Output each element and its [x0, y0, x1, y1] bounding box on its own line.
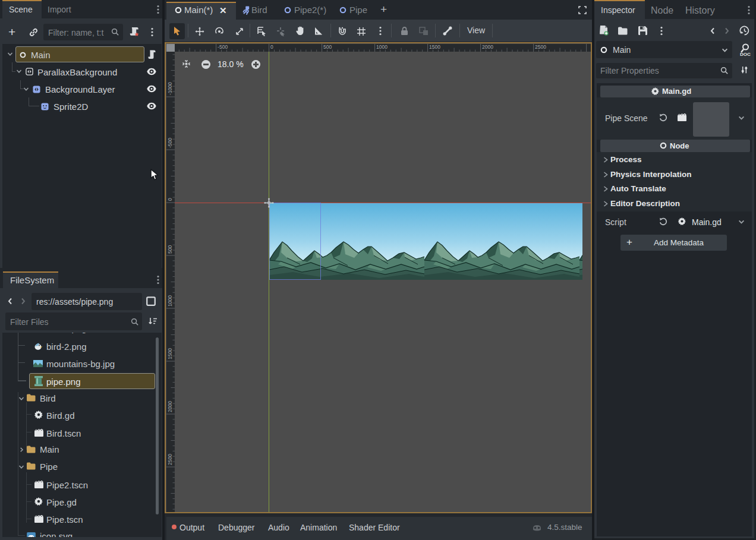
svg-text:1500: 1500 [429, 44, 440, 50]
svg-text:2000: 2000 [482, 44, 493, 50]
svg-text:-500: -500 [218, 44, 228, 50]
svg-text:-1000: -1000 [167, 82, 173, 95]
svg-text:0: 0 [167, 198, 173, 201]
svg-text:DOC: DOC [740, 52, 751, 57]
svg-text:-500: -500 [167, 138, 173, 148]
svg-text:2500: 2500 [167, 454, 173, 465]
svg-text:2500: 2500 [535, 44, 546, 50]
svg-text:1500: 1500 [167, 348, 173, 359]
svg-text:1000: 1000 [167, 295, 173, 307]
svg-text:500: 500 [167, 245, 173, 254]
svg-text:1000: 1000 [376, 44, 388, 50]
svg-text:500: 500 [323, 44, 332, 50]
svg-text:2000: 2000 [167, 401, 173, 412]
svg-text:0: 0 [270, 44, 273, 50]
